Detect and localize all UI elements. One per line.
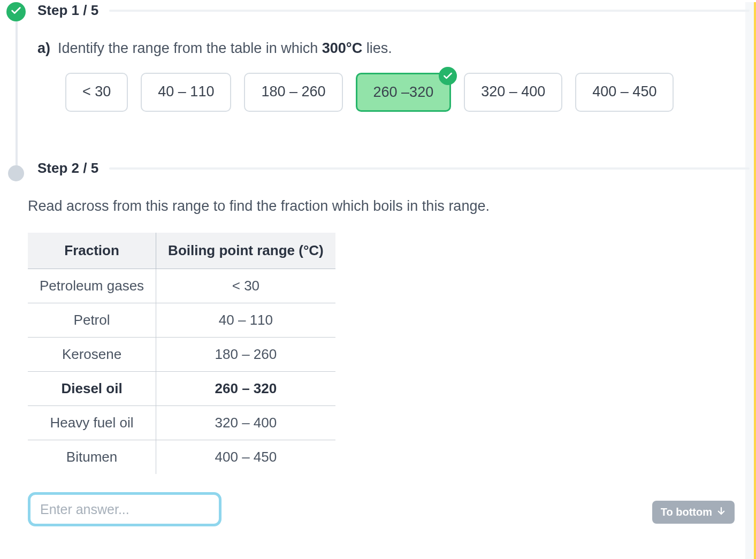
step2-header: Step 2 / 5 (37, 160, 98, 177)
timeline-line (16, 21, 18, 177)
step1-options: < 3040 – 110180 – 260260 –320320 – 40040… (37, 73, 750, 112)
range-cell: < 30 (156, 269, 335, 303)
table-row: Kerosene180 – 260 (28, 338, 335, 372)
answer-input[interactable] (28, 492, 222, 526)
question-text: Identify the range from the table in whi… (58, 40, 392, 57)
check-icon (10, 5, 22, 19)
step1-rule (109, 10, 750, 12)
step2-marker-current (8, 165, 24, 181)
fraction-cell: Heavy fuel oil (28, 406, 156, 440)
table-header-fraction: Fraction (28, 233, 156, 269)
fraction-cell: Petrol (28, 303, 156, 338)
range-cell: 260 – 320 (156, 372, 335, 406)
fraction-cell: Bitumen (28, 440, 156, 474)
range-cell: 180 – 260 (156, 338, 335, 372)
fraction-cell: Kerosene (28, 338, 156, 372)
to-bottom-button[interactable]: To bottom (652, 501, 735, 524)
step1-marker-completed (6, 2, 26, 21)
option-3[interactable]: 260 –320 (356, 73, 452, 112)
table-row: Heavy fuel oil320 – 400 (28, 406, 335, 440)
fraction-table: Fraction Boiling point range (°C) Petrol… (28, 233, 335, 474)
step1-header: Step 1 / 5 (37, 2, 98, 19)
arrow-down-icon (716, 506, 726, 518)
fraction-cell: Petroleum gases (28, 269, 156, 303)
option-1[interactable]: 40 – 110 (141, 73, 231, 112)
range-cell: 400 – 450 (156, 440, 335, 474)
table-row: Petrol40 – 110 (28, 303, 335, 338)
table-row: Bitumen400 – 450 (28, 440, 335, 474)
table-row: Diesel oil260 – 320 (28, 372, 335, 406)
range-cell: 40 – 110 (156, 303, 335, 338)
step2-instruction: Read across from this range to find the … (28, 198, 728, 215)
check-icon (439, 67, 457, 85)
option-5[interactable]: 400 – 450 (575, 73, 674, 112)
option-0[interactable]: < 30 (65, 73, 128, 112)
fraction-cell: Diesel oil (28, 372, 156, 406)
table-row: Petroleum gases< 30 (28, 269, 335, 303)
table-header-range: Boiling point range (°C) (156, 233, 335, 269)
range-cell: 320 – 400 (156, 406, 335, 440)
to-bottom-label: To bottom (661, 506, 712, 518)
step2-rule (109, 167, 750, 170)
question-letter: a) (37, 40, 50, 57)
step1-question: a) Identify the range from the table in … (37, 40, 750, 57)
option-4[interactable]: 320 – 400 (464, 73, 562, 112)
option-2[interactable]: 180 – 260 (244, 73, 342, 112)
